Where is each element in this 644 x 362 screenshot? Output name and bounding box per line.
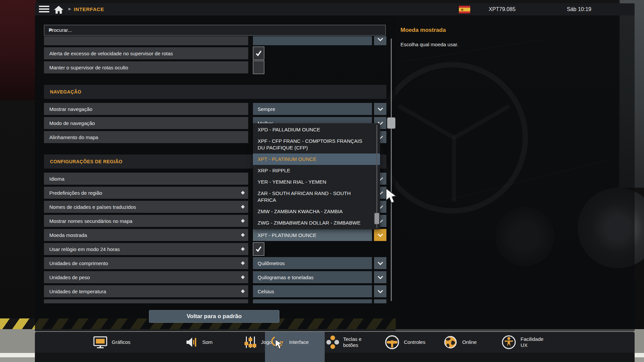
settings-row: Unidades de peso Quilogramas e toneladas xyxy=(44,271,386,283)
dropdown-scrollbar-thumb[interactable] xyxy=(374,213,379,224)
settings-scrollbar-track[interactable] xyxy=(391,39,392,301)
nav-tab-teclas-e-botoes[interactable]: Teclas e botões xyxy=(326,332,368,353)
setting-label: Moeda mostrada xyxy=(44,229,248,241)
diamond-marker-icon xyxy=(241,219,245,223)
nav-tab-jogo[interactable]: Jogo xyxy=(244,332,272,353)
setting-label: Predefinições de região xyxy=(44,187,248,199)
dropdown-option[interactable]: XPF - CFP FRANC - COMPTOIRS FRANÇAIS DU … xyxy=(253,135,380,154)
setting-label: Usar relógio em modo 24 horas xyxy=(44,243,248,255)
reset-defaults-button[interactable]: Voltar para o padrão xyxy=(149,310,279,323)
dropdown-option[interactable]: ZAR - SOUTH AFRICAN RAND - SOUTH AFRICA xyxy=(253,188,380,206)
setting-select[interactable]: Quilômetros xyxy=(253,257,372,269)
setting-label: Unidades de consumo xyxy=(44,299,248,303)
settings-row: Unidades de comprimento Quilômetros xyxy=(44,257,386,269)
setting-label: Alerta de excesso de velocidade no super… xyxy=(44,47,248,59)
nav-tab-interface[interactable]: Interface xyxy=(270,332,309,353)
checkbox-checked[interactable] xyxy=(253,47,264,60)
setting-label: Modo de navegação xyxy=(44,117,248,129)
diamond-marker-icon xyxy=(241,191,245,194)
dropdown-option[interactable]: ZMW - ZAMBIAN KWACHA - ZAMBIA xyxy=(253,206,380,217)
player-balance: XPT79.085 xyxy=(489,6,516,12)
setting-label xyxy=(44,36,248,45)
setting-label: Idioma xyxy=(44,173,248,185)
setting-select[interactable]: Sempre xyxy=(253,103,372,115)
nav-tab-online[interactable]: Online xyxy=(443,332,477,353)
cursor-circle-icon xyxy=(270,335,285,350)
diamond-marker-icon xyxy=(241,275,245,279)
diamond-marker-icon xyxy=(241,247,245,251)
setting-label: Manter o supervisor de rotas oculto xyxy=(44,61,248,73)
dropdown-scrollbar-track[interactable] xyxy=(376,125,377,228)
steering-wheel-icon xyxy=(384,335,400,350)
chevron-down-icon[interactable] xyxy=(374,285,386,297)
accessibility-icon xyxy=(501,335,517,350)
dropdown-option[interactable]: ZWG - ZIMBABWEAN DOLLAR - ZIMBABWE xyxy=(253,217,380,229)
globe-icon xyxy=(443,335,458,350)
settings-row: Manter o supervisor de rotas oculto xyxy=(44,61,386,73)
clear-search-icon[interactable]: ✕ xyxy=(49,27,382,33)
dropdown-option[interactable]: XPD - PALLADIUM OUNCE xyxy=(253,124,380,135)
dropdown-option[interactable]: YER - YEMENI RIAL - YEMEN xyxy=(253,176,380,188)
speaker-icon xyxy=(185,336,198,348)
nav-bar-lower-edge xyxy=(35,353,635,362)
dropdown-option[interactable]: XRP - RIPPLE xyxy=(253,165,380,176)
settings-row: Mostrar navegação Sempre xyxy=(44,103,386,115)
setting-label: Unidades de peso xyxy=(44,271,248,283)
home-icon[interactable] xyxy=(54,5,64,14)
diamond-marker-icon xyxy=(241,233,245,237)
nav-tab-facilidade-ux[interactable]: Facilidade UX xyxy=(501,332,547,353)
search-input[interactable]: Procurar... ✕ xyxy=(44,25,386,36)
setting-label: Mostrar nomes secundários no mapa xyxy=(44,215,248,227)
diamond-marker-icon xyxy=(241,261,245,265)
section-header: NAVEGAÇÃO xyxy=(44,85,386,99)
mouse-cursor xyxy=(385,188,398,205)
currency-dropdown-list: XPD - PALLADIUM OUNCE XPF - CFP FRANC - … xyxy=(253,123,380,229)
setting-label: Nomes de cidades e países traduzidos xyxy=(44,201,248,213)
menu-icon[interactable] xyxy=(39,6,49,13)
settings-row: Unidades de consumo Padrão xyxy=(44,299,386,303)
settings-row: Alerta de excesso de velocidade no super… xyxy=(44,47,386,59)
chevron-down-icon[interactable] xyxy=(374,103,386,115)
sliders-icon xyxy=(244,336,257,349)
chevron-down-icon-active[interactable] xyxy=(374,229,386,241)
monitor-icon xyxy=(93,336,108,349)
setting-select[interactable]: Quilogramas e toneladas xyxy=(253,271,372,283)
settings-row: Unidades de temperatura Celsius xyxy=(44,285,386,297)
chevron-down-icon[interactable] xyxy=(374,36,386,45)
setting-select-open[interactable]: XPT - PLATINUM OUNCE xyxy=(253,229,372,241)
breadcrumb: INTERFACE xyxy=(74,6,104,12)
diamond-marker-icon xyxy=(241,205,245,208)
dropdown-option-highlighted[interactable]: XPT - PLATINUM OUNCE xyxy=(253,154,380,165)
setting-label: Unidades de comprimento xyxy=(44,257,248,269)
diamond-marker-icon xyxy=(241,289,245,293)
top-bar: ▶ INTERFACE XPT79.085 Sáb 10:19 xyxy=(35,3,635,15)
nav-tab-graficos[interactable]: Gráficos xyxy=(93,332,130,353)
chevron-down-icon[interactable] xyxy=(374,257,386,269)
nav-tab-som[interactable]: Som xyxy=(185,332,213,353)
chevron-down-icon[interactable] xyxy=(374,271,386,283)
game-time: Sáb 10:19 xyxy=(567,6,591,12)
info-panel-description: Escolha qual moeda usar. xyxy=(400,42,459,47)
red-truck-silhouette xyxy=(0,0,36,101)
setting-select[interactable]: Padrão xyxy=(253,299,372,303)
checkbox-checked[interactable] xyxy=(253,242,264,256)
nav-tab-controles[interactable]: Controles xyxy=(384,332,425,353)
setting-select[interactable] xyxy=(253,36,372,45)
checkbox-unchecked[interactable] xyxy=(253,61,264,74)
bottom-nav-bar: Gráficos Som Jogo xyxy=(35,331,635,362)
settings-scrollbar-thumb[interactable] xyxy=(387,117,395,129)
settings-row-moeda-mostrada: Moeda mostrada XPT - PLATINUM OUNCE xyxy=(44,229,386,241)
setting-select[interactable]: Celsius xyxy=(253,285,372,297)
chevron-down-icon[interactable] xyxy=(374,299,386,303)
settings-screen: ▶ INTERFACE XPT79.085 Sáb 10:19 Procurar… xyxy=(0,0,644,362)
gamepad-buttons-icon xyxy=(326,335,339,349)
breadcrumb-arrow-icon: ▶ xyxy=(68,7,71,11)
setting-label: Mostrar navegação xyxy=(44,103,248,115)
settings-row-clipped xyxy=(44,36,386,45)
spain-flag-icon xyxy=(459,6,470,13)
settings-row: Usar relógio em modo 24 horas xyxy=(44,243,386,255)
info-panel-title: Moeda mostrada xyxy=(400,27,446,34)
setting-label: Alinhamento do mapa xyxy=(44,131,248,143)
setting-label: Unidades de temperatura xyxy=(44,285,248,297)
